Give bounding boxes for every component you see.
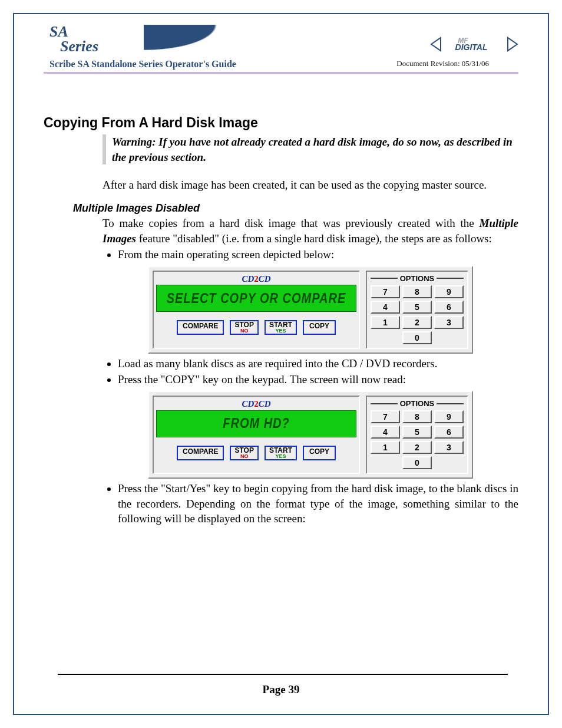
start-sub-label: YES (269, 328, 292, 334)
key-5[interactable]: 5 (402, 426, 432, 439)
key-4[interactable]: 4 (371, 426, 400, 439)
key-9[interactable]: 9 (434, 410, 464, 423)
key-3[interactable]: 3 (434, 441, 464, 454)
device-panel: CD2CD FROM HD? COMPARE STOP NO (148, 391, 473, 479)
key-8[interactable]: 8 (402, 410, 432, 423)
lcd-screen: SELECT COPY OR COMPARE (156, 285, 356, 312)
options-side: OPTIONS 7 8 9 4 5 6 1 2 (366, 396, 468, 474)
sa-series-logo: SA Series (49, 25, 98, 54)
button-row: COMPARE STOP NO START YES COPY (156, 446, 356, 460)
brand-cd: CD (242, 274, 254, 284)
key-3[interactable]: 3 (434, 316, 464, 329)
mf-digital-logo: MF DIGITAL (430, 35, 518, 53)
key-4[interactable]: 4 (371, 301, 400, 314)
button-row: COMPARE STOP NO START YES COPY (156, 320, 356, 335)
intro-paragraph: After a hard disk image has been created… (103, 177, 518, 193)
logo-line1: SA (49, 25, 98, 39)
document-revision: Document Revision: 05/31/06 (396, 59, 489, 68)
key-2[interactable]: 2 (402, 316, 432, 329)
key-6[interactable]: 6 (434, 426, 464, 439)
warning-text: Warning: If you have not already created… (112, 134, 518, 164)
screen2-text: FROM HD? (223, 416, 290, 431)
start-yes-button[interactable]: START YES (265, 446, 297, 460)
compare-button[interactable]: COMPARE (177, 320, 224, 335)
key-9[interactable]: 9 (434, 285, 464, 298)
footer-rule (58, 674, 508, 675)
key-1[interactable]: 1 (371, 441, 400, 454)
stop-no-button[interactable]: STOP NO (230, 320, 258, 335)
options-side: OPTIONS 7 8 9 4 5 6 1 2 (366, 271, 468, 349)
key-0[interactable]: 0 (402, 456, 432, 469)
copy-button[interactable]: COPY (303, 320, 336, 335)
svg-text:DIGITAL: DIGITAL (455, 42, 488, 52)
brand-two: 2 (254, 399, 259, 409)
numeric-keypad: 7 8 9 4 5 6 1 2 3 0 (371, 285, 464, 344)
stop-no-button[interactable]: STOP NO (230, 446, 258, 460)
subsection-paragraph: To make copies from a hard disk image th… (103, 216, 518, 246)
numeric-keypad: 7 8 9 4 5 6 1 2 3 0 (371, 410, 464, 469)
device-brand: CD2CD (156, 399, 356, 409)
device-panel: CD2CD SELECT COPY OR COMPARE COMPARE STO… (148, 266, 473, 354)
key-6[interactable]: 6 (434, 301, 464, 314)
key-1[interactable]: 1 (371, 316, 400, 329)
compare-button[interactable]: COMPARE (177, 446, 224, 460)
bullet-item: Press the "Start/Yes" key to begin copyi… (118, 481, 518, 526)
screen1-text: SELECT COPY OR COMPARE (167, 291, 346, 306)
subsection-heading: Multiple Images Disabled (73, 202, 518, 215)
options-label: OPTIONS (400, 399, 435, 408)
lcd-screen: FROM HD? (156, 410, 356, 437)
key-5[interactable]: 5 (402, 301, 432, 314)
brand-cd: CD (242, 399, 254, 409)
lcd-side: CD2CD SELECT COPY OR COMPARE COMPARE STO… (153, 271, 360, 349)
document-header: SA Series MF DIGITAL Scribe SA Standalon… (44, 25, 518, 74)
brand-cd2: CD (259, 274, 271, 284)
header-swoosh-graphic (144, 25, 344, 53)
key-7[interactable]: 7 (371, 285, 400, 298)
brand-cd2: CD (259, 399, 271, 409)
device-brand: CD2CD (156, 274, 356, 284)
document-title: Scribe SA Standalone Series Operator's G… (49, 59, 236, 70)
warning-bar (103, 134, 106, 164)
bullet-item: Press the "COPY" key on the keypad. The … (118, 372, 518, 387)
page-number: Page 39 (14, 683, 548, 696)
sub-para-pre: To make copies from a hard disk image th… (103, 217, 479, 229)
bullet-item: Load as many blank discs as are required… (118, 356, 518, 371)
sub-para-post: feature "disabled" (i.e. from a single h… (136, 232, 492, 245)
start-sub-label: YES (269, 454, 292, 459)
key-2[interactable]: 2 (402, 441, 432, 454)
key-8[interactable]: 8 (402, 285, 432, 298)
logo-line2: Series (60, 39, 98, 54)
bullet-item: From the main operating screen depicted … (118, 247, 518, 262)
lcd-side: CD2CD FROM HD? COMPARE STOP NO (153, 396, 360, 474)
options-label: OPTIONS (400, 274, 435, 283)
warning-block: Warning: If you have not already created… (103, 134, 518, 164)
key-0[interactable]: 0 (402, 331, 432, 344)
copy-button[interactable]: COPY (303, 446, 336, 460)
key-7[interactable]: 7 (371, 410, 400, 423)
document-body: Copying From A Hard Disk Image Warning: … (44, 74, 518, 526)
start-yes-button[interactable]: START YES (265, 320, 297, 335)
brand-two: 2 (254, 274, 259, 284)
stop-sub-label: NO (234, 454, 253, 459)
stop-sub-label: NO (234, 328, 253, 334)
section-heading: Copying From A Hard Disk Image (44, 115, 518, 131)
